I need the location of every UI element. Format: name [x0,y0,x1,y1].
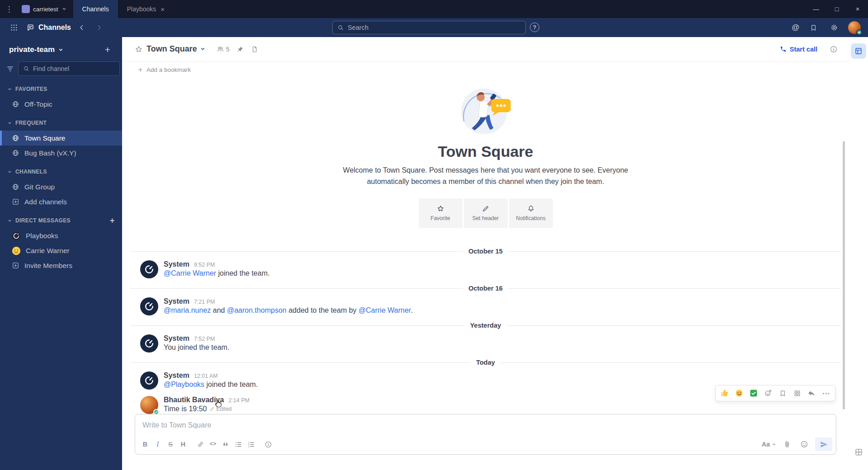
message-author[interactable]: Bhautik Bavadiya [164,396,224,404]
tab-close-icon[interactable]: × [160,5,165,13]
add-dm-button[interactable]: + [110,216,115,226]
channel-name: Add channels [24,198,67,206]
close-button[interactable]: × [847,0,868,18]
channel-info-icon[interactable] [827,43,840,56]
product-name: Channels [38,24,71,32]
mention-link[interactable]: @Carrie Warner [359,306,411,315]
settings-gear-icon[interactable] [827,21,841,34]
team-menu-button[interactable]: private-team [9,45,64,54]
search-box[interactable] [332,21,526,34]
attach-file-button[interactable] [781,438,793,450]
user-message[interactable]: Bhautik Bavadiya2:14 PM Time is 19:50 Ed… [122,393,849,414]
find-channel-input[interactable] [33,65,115,72]
channel-files-button[interactable] [248,43,261,56]
plus-box-icon [12,198,19,206]
message-scrollbar[interactable] [843,141,845,409]
mention-link[interactable]: @Playbooks [164,381,204,389]
chevron-down-icon [200,46,206,52]
mention-link[interactable]: @aaron.thompson [227,306,287,315]
heading-button[interactable]: H [177,438,189,450]
more-actions-button[interactable]: ⋯ [819,387,833,400]
bullet-list-button[interactable] [232,438,245,450]
product-switcher[interactable]: Channels [26,24,71,32]
sidebar-item-off-topic[interactable]: Off-Topic [0,97,122,112]
intro-favorite-button[interactable]: Favorite [419,198,462,228]
history-back-button[interactable] [75,21,88,34]
channel-name-menu[interactable]: Town Square [146,44,206,54]
sidebar-item-git-group[interactable]: Git Group [0,179,122,194]
table-grid-icon[interactable] [854,448,863,456]
app-menu-icon[interactable]: ⋮ [0,0,18,18]
date-divider-label: October 15 [463,248,508,255]
server-selector[interactable]: carrietest [18,0,73,18]
sidebar-item-town-square[interactable]: Town Square [0,131,122,146]
filter-icon[interactable] [6,63,14,75]
mentions-icon[interactable]: @ [792,23,799,32]
message-input[interactable] [135,414,836,436]
edited-indicator[interactable]: Edited [210,406,231,412]
mention-link[interactable]: @maria.nunez [164,306,211,315]
bold-button[interactable]: B [139,438,151,450]
intro-notifications-button[interactable]: Notifications [509,198,553,228]
tab-playbooks[interactable]: Playbooks × [118,0,174,18]
sidebar-item-dm-carrie-warner[interactable]: Carrie Warner [0,243,122,258]
formatting-help-icon[interactable] [262,438,274,450]
message-author[interactable]: System [164,297,189,306]
reaction-check-button[interactable] [747,387,760,400]
section-frequent[interactable]: FREQUENT [0,115,122,131]
message-actions-button[interactable] [790,387,804,400]
user-avatar[interactable] [848,21,861,34]
section-favorites[interactable]: FAVORITES [0,81,122,97]
start-call-button[interactable]: Start call [776,43,821,55]
mention-link[interactable]: @Carrie Warner [164,269,216,277]
add-channels-plus-button[interactable]: + [101,43,114,56]
reaction-thumbsup-button[interactable] [718,387,731,400]
favorite-star-icon[interactable] [132,42,146,56]
message-author[interactable]: System [164,371,189,380]
reaction-smile-button[interactable] [732,387,746,400]
emoji-picker-button[interactable] [798,438,811,450]
minimize-button[interactable]: — [806,0,826,18]
section-channels[interactable]: CHANNELS [0,164,122,179]
code-button[interactable]: <> [207,438,219,450]
date-divider: Today [130,356,841,369]
send-message-button[interactable] [815,437,832,451]
toggle-formatting-button[interactable]: Aa [762,441,776,448]
find-channel-box[interactable] [18,61,120,76]
section-label: DIRECT MESSAGES [15,217,71,224]
channel-view: Town Square 5 [122,37,849,470]
check-emoji-icon [750,389,758,397]
maximize-button[interactable]: □ [826,0,847,18]
save-post-button[interactable] [776,387,789,400]
members-button[interactable]: 5 [214,43,232,56]
reply-button[interactable] [805,387,818,400]
add-bookmark-button[interactable]: Add a bookmark [134,65,194,75]
tab-channels[interactable]: Channels [73,0,118,18]
sidebar-item-bug-bash[interactable]: Bug Bash (vX.Y) [0,146,122,160]
search-input[interactable] [348,24,521,31]
message-author[interactable]: System [164,334,189,343]
help-icon[interactable]: ? [530,23,539,32]
italic-button[interactable]: I [151,438,164,450]
strikethrough-button[interactable]: S [164,438,177,450]
add-reaction-button[interactable] [761,387,775,400]
bhautik-avatar[interactable] [140,396,158,414]
quote-button[interactable] [219,438,232,450]
sidebar-item-add-channels[interactable]: Add channels [0,194,122,209]
message-body: Bhautik Bavadiya2:14 PM Time is 19:50 Ed… [164,396,250,414]
sidebar-item-invite-members[interactable]: Invite Members [0,258,122,273]
history-forward-button[interactable] [93,21,105,34]
link-button[interactable] [194,438,207,450]
pinned-posts-button[interactable] [234,43,246,56]
composer-footer-space [122,455,849,470]
apps-bar-active-item-icon[interactable] [851,43,866,59]
section-direct-messages[interactable]: DIRECT MESSAGES + [0,213,122,228]
product-grid-icon[interactable] [7,21,21,34]
section-label: FREQUENT [15,120,47,126]
saved-posts-icon[interactable] [807,21,820,34]
intro-set-header-button[interactable]: Set header [464,198,508,228]
sidebar-item-dm-playbooks[interactable]: Playbooks [0,228,122,243]
numbered-list-button[interactable]: 123 [245,438,257,450]
channel-intro-description: Welcome to Town Square. Post messages he… [330,165,642,188]
message-author[interactable]: System [164,260,189,268]
